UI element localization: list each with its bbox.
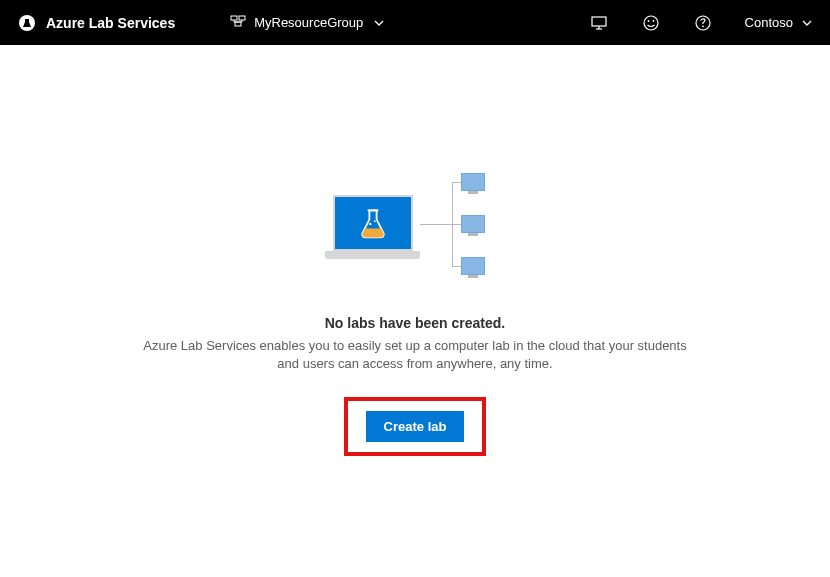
brand-title: Azure Lab Services [46, 15, 175, 31]
svg-point-17 [373, 220, 375, 222]
account-label: Contoso [745, 15, 793, 30]
svg-point-12 [652, 20, 654, 22]
laptop-screen-graphic [333, 195, 413, 251]
mini-monitor-graphic [461, 173, 485, 191]
svg-rect-1 [231, 16, 237, 20]
resource-group-label: MyResourceGroup [254, 15, 363, 30]
svg-rect-3 [235, 22, 241, 26]
feedback-smile-icon[interactable] [641, 13, 661, 33]
svg-rect-7 [592, 17, 606, 26]
resource-group-icon [230, 13, 246, 32]
svg-point-11 [647, 20, 649, 22]
azure-lab-services-logo-icon [18, 14, 36, 32]
chevron-down-icon [374, 17, 384, 28]
svg-point-16 [369, 223, 371, 225]
monitor-icon[interactable] [589, 13, 609, 33]
laptop-graphic [325, 195, 420, 259]
empty-state-title: No labs have been created. [325, 315, 506, 331]
chevron-down-icon [802, 17, 812, 28]
mini-monitor-graphic [461, 257, 485, 275]
laptop-base-graphic [325, 251, 420, 259]
resource-group-selector[interactable]: MyResourceGroup [230, 13, 384, 32]
brand[interactable]: Azure Lab Services [18, 14, 175, 32]
main-content: No labs have been created. Azure Lab Ser… [0, 45, 830, 456]
top-navigation-bar: Azure Lab Services MyResourceGroup [0, 0, 830, 45]
svg-rect-2 [239, 16, 245, 20]
topbar-right-group: Contoso [589, 13, 812, 33]
empty-state-illustration [325, 175, 505, 285]
svg-point-14 [702, 25, 704, 27]
mini-monitor-graphic [461, 215, 485, 233]
tutorial-highlight-box: Create lab [344, 397, 487, 456]
create-lab-button[interactable]: Create lab [366, 411, 465, 442]
empty-state-description: Azure Lab Services enables you to easily… [135, 337, 695, 373]
svg-point-10 [644, 16, 658, 30]
help-question-icon[interactable] [693, 13, 713, 33]
connector-line [420, 224, 452, 225]
account-selector[interactable]: Contoso [745, 15, 812, 30]
flask-icon [355, 205, 391, 241]
